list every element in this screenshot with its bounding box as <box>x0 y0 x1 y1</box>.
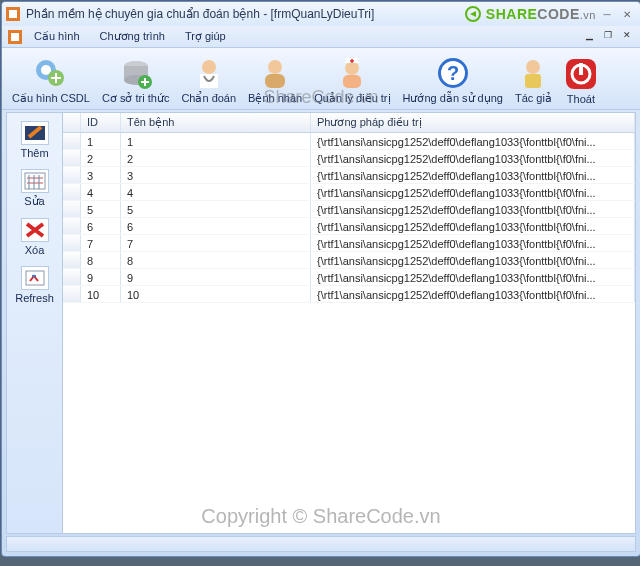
toolbar-help[interactable]: ?Hướng dẫn sử dụng <box>397 54 509 107</box>
cell-id: 8 <box>81 252 121 268</box>
cell-name: 10 <box>121 286 311 302</box>
table-row[interactable]: 55{\rtf1\ansi\ansicpg1252\deff0\deflang1… <box>63 201 635 218</box>
content-area: ThêmSửaXóaRefresh ID Tên bệnh Phương phá… <box>6 112 636 534</box>
table-row[interactable]: 11{\rtf1\ansi\ansicpg1252\deff0\deflang1… <box>63 133 635 150</box>
cell-method: {\rtf1\ansi\ansicpg1252\deff0\deflang103… <box>311 269 635 285</box>
cell-name: 1 <box>121 133 311 149</box>
table-row[interactable]: 33{\rtf1\ansi\ansicpg1252\deff0\deflang1… <box>63 167 635 184</box>
help-icon: ? <box>436 56 470 90</box>
child-close[interactable]: ✕ <box>618 28 636 42</box>
row-selector[interactable] <box>63 201 81 217</box>
svg-rect-23 <box>525 74 541 88</box>
cell-id: 6 <box>81 218 121 234</box>
side-icon <box>21 169 49 193</box>
table-row[interactable]: 1010{\rtf1\ansi\ansicpg1252\deff0\deflan… <box>63 286 635 303</box>
menu-program[interactable]: Chương trình <box>90 27 175 46</box>
cell-id: 1 <box>81 133 121 149</box>
svg-rect-18 <box>343 75 361 88</box>
cell-name: 4 <box>121 184 311 200</box>
svg-point-22 <box>526 60 540 74</box>
toolbar-label: Cơ sở tri thức <box>102 92 169 105</box>
side-refresh[interactable]: Refresh <box>9 262 60 310</box>
child-minimize[interactable]: ▁ <box>580 28 598 42</box>
app-icon-small <box>8 30 22 44</box>
side-icon <box>21 266 49 290</box>
statusbar <box>6 536 636 552</box>
cell-method: {\rtf1\ansi\ansicpg1252\deff0\deflang103… <box>311 286 635 302</box>
cell-method: {\rtf1\ansi\ansicpg1252\deff0\deflang103… <box>311 252 635 268</box>
toolbar-author[interactable]: Tác giả <box>509 54 558 107</box>
window-title: Phần mềm hệ chuyên gia chuẩn đoán bệnh -… <box>26 7 374 21</box>
side-xóa[interactable]: Xóa <box>9 214 60 262</box>
svg-rect-4 <box>11 33 19 41</box>
row-selector[interactable] <box>63 167 81 183</box>
toolbar-label: Bệnh nhân <box>248 92 302 105</box>
svg-rect-26 <box>579 63 583 75</box>
close-button[interactable]: ✕ <box>618 7 636 21</box>
cell-name: 8 <box>121 252 311 268</box>
row-selector[interactable] <box>63 252 81 268</box>
table-row[interactable]: 77{\rtf1\ansi\ansicpg1252\deff0\deflang1… <box>63 235 635 252</box>
cell-name: 9 <box>121 269 311 285</box>
cell-id: 3 <box>81 167 121 183</box>
table-row[interactable]: 22{\rtf1\ansi\ansicpg1252\deff0\deflang1… <box>63 150 635 167</box>
cell-method: {\rtf1\ansi\ansicpg1252\deff0\deflang103… <box>311 201 635 217</box>
cell-method: {\rtf1\ansi\ansicpg1252\deff0\deflang103… <box>311 184 635 200</box>
side-sửa[interactable]: Sửa <box>9 165 60 214</box>
toolbar-nurse[interactable]: Quản lý điều trị <box>308 54 396 107</box>
row-selector-header <box>63 113 81 132</box>
toolbar-doctor[interactable]: Chẩn đoán <box>175 54 242 107</box>
svg-point-12 <box>202 60 216 74</box>
row-selector[interactable] <box>63 286 81 302</box>
row-selector[interactable] <box>63 150 81 166</box>
side-thêm[interactable]: Thêm <box>9 117 60 165</box>
toolbar-gear-db[interactable]: Cấu hình CSDL <box>6 54 96 107</box>
toolbar-power[interactable]: Thoát <box>558 55 604 107</box>
row-selector[interactable] <box>63 235 81 251</box>
app-window: Phần mềm hệ chuyên gia chuẩn đoán bệnh -… <box>1 1 640 557</box>
titlebar: Phần mềm hệ chuyên gia chuẩn đoán bệnh -… <box>2 2 640 26</box>
author-icon <box>516 56 550 90</box>
cell-method: {\rtf1\ansi\ansicpg1252\deff0\deflang103… <box>311 150 635 166</box>
column-header-name[interactable]: Tên bệnh <box>121 113 311 132</box>
toolbar-label: Quản lý điều trị <box>314 92 390 105</box>
column-header-method[interactable]: Phương pháp điều trị <box>311 113 635 132</box>
power-icon <box>564 57 598 91</box>
side-icon <box>21 218 49 242</box>
row-selector[interactable] <box>63 218 81 234</box>
toolbar-patient[interactable]: Bệnh nhân <box>242 54 308 107</box>
menubar: Cấu hình Chương trình Trợ giúp ▁ ❐ ✕ <box>2 26 640 48</box>
svg-point-17 <box>345 61 359 75</box>
row-selector[interactable] <box>63 269 81 285</box>
row-selector[interactable] <box>63 133 81 149</box>
nurse-icon <box>335 56 369 90</box>
cell-id: 7 <box>81 235 121 251</box>
patient-icon <box>258 56 292 90</box>
data-grid[interactable]: ID Tên bệnh Phương pháp điều trị 11{\rtf… <box>63 113 635 533</box>
mdi-child-controls: ▁ ❐ ✕ <box>579 28 636 42</box>
doctor-icon <box>192 56 226 90</box>
row-selector[interactable] <box>63 184 81 200</box>
minimize-button[interactable]: ─ <box>598 7 616 21</box>
svg-point-15 <box>268 60 282 74</box>
menu-config[interactable]: Cấu hình <box>24 27 90 46</box>
menu-help[interactable]: Trợ giúp <box>175 27 236 46</box>
side-panel: ThêmSửaXóaRefresh <box>7 113 63 533</box>
side-label: Xóa <box>25 244 45 256</box>
cell-name: 5 <box>121 201 311 217</box>
column-header-id[interactable]: ID <box>81 113 121 132</box>
svg-rect-16 <box>265 74 285 88</box>
table-row[interactable]: 66{\rtf1\ansi\ansicpg1252\deff0\deflang1… <box>63 218 635 235</box>
table-row[interactable]: 99{\rtf1\ansi\ansicpg1252\deff0\deflang1… <box>63 269 635 286</box>
toolbar-database-plus[interactable]: Cơ sở tri thức <box>96 54 175 107</box>
cell-method: {\rtf1\ansi\ansicpg1252\deff0\deflang103… <box>311 218 635 234</box>
child-restore[interactable]: ❐ <box>599 28 617 42</box>
side-label: Thêm <box>20 147 48 159</box>
table-row[interactable]: 88{\rtf1\ansi\ansicpg1252\deff0\deflang1… <box>63 252 635 269</box>
svg-rect-1 <box>9 10 17 18</box>
cell-method: {\rtf1\ansi\ansicpg1252\deff0\deflang103… <box>311 235 635 251</box>
table-row[interactable]: 44{\rtf1\ansi\ansicpg1252\deff0\deflang1… <box>63 184 635 201</box>
toolbar-label: Tác giả <box>515 92 552 105</box>
cell-method: {\rtf1\ansi\ansicpg1252\deff0\deflang103… <box>311 133 635 149</box>
svg-rect-28 <box>25 173 45 189</box>
